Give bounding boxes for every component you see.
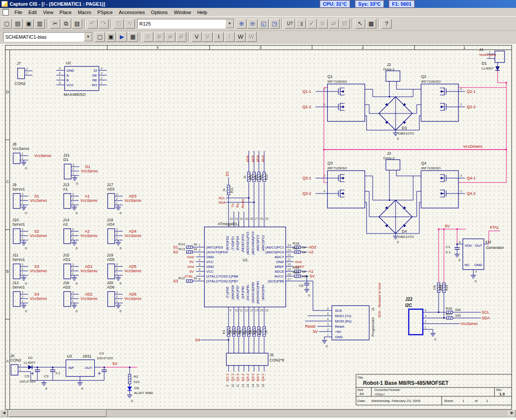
part-box[interactable] <box>226 353 268 365</box>
resistor[interactable] <box>237 328 240 330</box>
resistor[interactable] <box>227 189 230 191</box>
schematic-label[interactable]: (XTAL1/TOSC1)PB6 <box>206 274 239 278</box>
junction-dot[interactable] <box>438 311 440 313</box>
schematic-label[interactable]: Q3 <box>327 161 333 165</box>
net-label[interactable]: VccServo <box>80 234 98 238</box>
schematic-label[interactable]: VCC <box>66 83 74 87</box>
connector-name[interactable]: AD1 <box>63 257 71 262</box>
schematic-label[interactable]: Q1-1 <box>236 373 240 381</box>
schematic-label[interactable]: 5V <box>313 329 318 334</box>
schematic-label[interactable]: SCK - Resistor to Gnd <box>378 283 382 318</box>
schematic-label[interactable]: CON2*8 <box>269 358 284 362</box>
connector-body[interactable] <box>64 229 71 244</box>
schematic-label[interactable]: J22 <box>405 297 413 302</box>
ground-label[interactable]: 0 <box>397 240 399 244</box>
menu-window[interactable]: Window <box>171 9 194 16</box>
schematic-label[interactable]: (ADC2)PC2 <box>262 235 265 251</box>
schematic-label[interactable]: S1 <box>173 245 178 249</box>
ground-label[interactable]: 0 <box>120 246 122 250</box>
schematic-label[interactable]: (T1)PD5 <box>226 287 229 299</box>
connector-body[interactable] <box>64 292 71 307</box>
pin-number[interactable]: 1 <box>22 272 23 275</box>
schematic-label[interactable]: Q3-1 <box>246 373 250 381</box>
schematic-label[interactable]: 3 <box>327 323 329 326</box>
schematic-label[interactable]: 1k <box>193 276 197 280</box>
schematic-label[interactable]: R2 <box>134 375 138 379</box>
pin-number[interactable]: 2 <box>72 197 74 200</box>
schematic-label[interactable]: 1k <box>243 175 246 179</box>
junction-dot[interactable] <box>248 197 250 199</box>
project-manager-button[interactable]: ▩ <box>366 19 376 29</box>
redo-button[interactable]: ↷ <box>98 19 109 29</box>
pin-number[interactable]: 3 <box>72 193 74 196</box>
resistor[interactable] <box>296 251 297 253</box>
net-label[interactable]: VccServo <box>80 296 98 301</box>
resistor[interactable] <box>186 246 193 248</box>
ground-label[interactable]: 0 <box>397 137 399 141</box>
ground-label[interactable]: 0 <box>25 309 27 313</box>
schematic-label[interactable]: 18 <box>287 273 291 276</box>
part-box[interactable] <box>386 71 400 81</box>
schematic-label[interactable]: (SS/OC1B)PB2 <box>251 282 255 303</box>
schematic-label[interactable]: MAX485/SO <box>64 92 86 97</box>
schematic-label[interactable]: VccServo <box>461 321 478 326</box>
junction-dot[interactable] <box>323 149 325 150</box>
net-label[interactable]: AD5 <box>129 264 137 269</box>
schematic-label[interactable]: 100 <box>302 274 308 278</box>
junction-dot[interactable] <box>129 366 131 368</box>
schematic-label[interactable]: Gnd <box>187 255 194 259</box>
schematic-label[interactable]: 2 <box>425 320 426 323</box>
schematic-label[interactable]: Tx <box>231 204 235 208</box>
schematic-label[interactable]: 11 <box>236 384 239 387</box>
schematic-label[interactable]: R26 <box>446 307 452 310</box>
document-icon[interactable] <box>3 9 9 15</box>
schematic-label[interactable]: 6 <box>199 268 200 271</box>
schematic-label[interactable]: 19 <box>287 268 291 271</box>
schematic-label[interactable]: 12 <box>241 384 244 387</box>
schematic-label[interactable]: S4 <box>195 338 200 342</box>
schematic-label[interactable]: I2C <box>405 303 412 308</box>
schematic-label[interactable]: (RESET)PC6 <box>241 234 245 252</box>
ground-label[interactable]: 0 <box>326 344 328 348</box>
menu-view[interactable]: View <box>40 9 57 16</box>
schematic-label[interactable]: Q2-1 <box>467 89 476 94</box>
schematic-label[interactable]: 4 <box>425 309 426 312</box>
schematic-label[interactable]: 3 <box>425 314 426 318</box>
schematic-label[interactable]: AD5 <box>251 155 255 162</box>
mosfet-symbol[interactable] <box>341 90 344 93</box>
schematic-label[interactable]: ADC7 <box>275 255 284 259</box>
pin-number[interactable]: 2 <box>22 197 23 200</box>
ground-label[interactable]: 0 <box>25 211 27 215</box>
connector-body[interactable] <box>64 194 71 208</box>
schematic-label[interactable]: AD3 <box>261 155 265 162</box>
resistor[interactable] <box>188 251 189 253</box>
schematic-canvas[interactable]: 0000000000J7CON221J8VccServo21VccServo0J… <box>0 44 516 410</box>
resistor[interactable] <box>227 186 230 188</box>
net-label[interactable]: S2 <box>34 229 39 234</box>
menu-macro[interactable]: Macro <box>75 9 94 16</box>
ground-label[interactable]: 0 <box>25 166 27 170</box>
schematic-label[interactable]: 31 <box>235 217 238 220</box>
schematic-drawing[interactable]: 0000000000J7CON221J8VccServo21VccServo0J… <box>0 44 516 410</box>
connector-name[interactable]: AD2 <box>63 285 71 289</box>
schematic-label[interactable]: Q2-2 <box>467 105 476 109</box>
schematic-label[interactable]: 23 <box>287 248 291 252</box>
connector-ref[interactable]: J16 <box>63 281 69 285</box>
schematic-label[interactable]: Q4-2 <box>261 373 265 381</box>
net-label[interactable]: AD6 <box>129 292 137 296</box>
schematic-label[interactable]: 1 <box>425 326 426 329</box>
schematic-label[interactable]: 8 <box>459 241 461 244</box>
pin-number[interactable]: 1 <box>116 237 118 240</box>
schematic-label[interactable]: Programator <box>371 317 375 336</box>
connector-name[interactable]: CON2 <box>10 358 21 362</box>
schematic-label[interactable]: 1 <box>199 244 200 247</box>
net-label[interactable]: A2 <box>85 229 90 234</box>
cut-button[interactable]: ✂ <box>50 19 60 29</box>
schematic-label[interactable]: 21 <box>287 258 291 261</box>
schematic-label[interactable]: 2931 <box>83 354 91 358</box>
ground-label[interactable]: 0 <box>25 281 27 285</box>
resistor[interactable] <box>447 317 453 319</box>
connector-ref[interactable]: J21 <box>63 153 70 157</box>
pin-number[interactable]: 2 <box>22 232 23 235</box>
net-label[interactable]: VccServo <box>34 153 51 158</box>
